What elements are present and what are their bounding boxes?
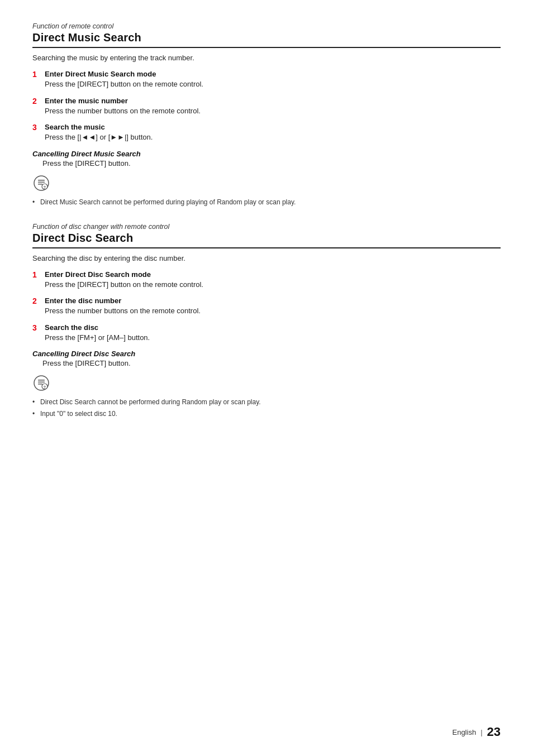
cancel-music: Cancelling Direct Music Search Press the… (32, 150, 501, 168)
step-title-3-music: Search the music (45, 123, 501, 131)
step-content-2-music: Enter the music number Press the number … (45, 97, 501, 117)
step-title-2-music: Enter the music number (45, 97, 501, 105)
step-desc-2-disc: Press the number buttons on the remote c… (45, 305, 501, 317)
note-item-disc-2: Input "0" to select disc 10. (32, 409, 501, 419)
step-number-1-music: 1 (32, 70, 45, 79)
note-item-disc-1: Direct Disc Search cannot be performed d… (32, 397, 501, 407)
step-number-3-disc: 3 (32, 323, 45, 332)
page: Function of remote control Direct Music … (0, 0, 533, 756)
section-title-2: Direct Disc Search (32, 232, 501, 248)
step-title-2-disc: Enter the disc number (45, 296, 501, 305)
step-content-3-music: Search the music Press the [|◄◄] or [►►|… (45, 123, 501, 143)
step-title-3-disc: Search the disc (45, 323, 501, 332)
section-intro-2: Searching the disc by entering the disc … (32, 254, 501, 262)
footer-divider: | (480, 728, 482, 736)
step-1-music: 1 Enter Direct Music Search mode Press t… (32, 70, 501, 90)
notes-disc: Direct Disc Search cannot be performed d… (32, 397, 501, 419)
note-item-music-1: Direct Music Search cannot be performed … (32, 197, 501, 207)
section-direct-music-search: Function of remote control Direct Music … (32, 22, 501, 207)
footer: English | 23 (452, 725, 501, 739)
note-icon-music: ? (32, 174, 501, 195)
notes-music: Direct Music Search cannot be performed … (32, 197, 501, 207)
step-3-music: 3 Search the music Press the [|◄◄] or [►… (32, 123, 501, 143)
cancel-title-disc: Cancelling Direct Disc Search (32, 350, 501, 358)
step-desc-1-disc: Press the [DIRECT] button on the remote … (45, 279, 501, 290)
function-label-2: Function of disc changer with remote con… (32, 223, 501, 231)
step-desc-3-disc: Press the [FM+] or [AM–] button. (45, 332, 501, 343)
step-number-2-music: 2 (32, 97, 45, 106)
step-desc-2-music: Press the number buttons on the remote c… (45, 106, 501, 117)
svg-rect-1 (38, 180, 45, 181)
cancel-desc-disc: Press the [DIRECT] button. (42, 359, 501, 367)
section-intro-1: Searching the music by entering the trac… (32, 54, 501, 62)
section-title-1: Direct Music Search (32, 31, 501, 48)
step-title-1-music: Enter Direct Music Search mode (45, 70, 501, 78)
step-number-2-disc: 2 (32, 296, 45, 305)
step-desc-3-music: Press the [|◄◄] or [►►|] button. (45, 132, 501, 143)
step-2-disc: 2 Enter the disc number Press the number… (32, 296, 501, 317)
function-label-1: Function of remote control (32, 22, 501, 30)
step-number-3-music: 3 (32, 123, 45, 132)
step-content-1-disc: Enter Direct Disc Search mode Press the … (45, 270, 501, 290)
note-icon-disc: ? (32, 374, 501, 395)
svg-rect-7 (38, 380, 45, 381)
svg-rect-2 (38, 181, 45, 183)
step-1-disc: 1 Enter Direct Disc Search mode Press th… (32, 270, 501, 290)
svg-text:?: ? (44, 385, 46, 389)
step-content-3-disc: Search the disc Press the [FM+] or [AM–]… (45, 323, 501, 343)
step-content-1-music: Enter Direct Music Search mode Press the… (45, 70, 501, 90)
step-3-disc: 3 Search the disc Press the [FM+] or [AM… (32, 323, 501, 343)
cancel-desc-music: Press the [DIRECT] button. (42, 159, 501, 168)
svg-text:?: ? (44, 185, 46, 189)
step-desc-1-music: Press the [DIRECT] button on the remote … (45, 79, 501, 90)
step-2-music: 2 Enter the music number Press the numbe… (32, 97, 501, 117)
cancel-title-music: Cancelling Direct Music Search (32, 150, 501, 158)
step-number-1-disc: 1 (32, 270, 45, 279)
step-title-1-disc: Enter Direct Disc Search mode (45, 270, 501, 279)
cancel-disc: Cancelling Direct Disc Search Press the … (32, 350, 501, 367)
footer-language: English (452, 728, 476, 736)
footer-page: 23 (487, 725, 501, 739)
svg-rect-9 (38, 384, 42, 385)
svg-rect-3 (38, 184, 42, 185)
steps-disc: 1 Enter Direct Disc Search mode Press th… (32, 270, 501, 343)
step-content-2-disc: Enter the disc number Press the number b… (45, 296, 501, 317)
svg-rect-8 (38, 382, 45, 383)
section-direct-disc-search: Function of disc changer with remote con… (32, 223, 501, 419)
steps-music: 1 Enter Direct Music Search mode Press t… (32, 70, 501, 143)
